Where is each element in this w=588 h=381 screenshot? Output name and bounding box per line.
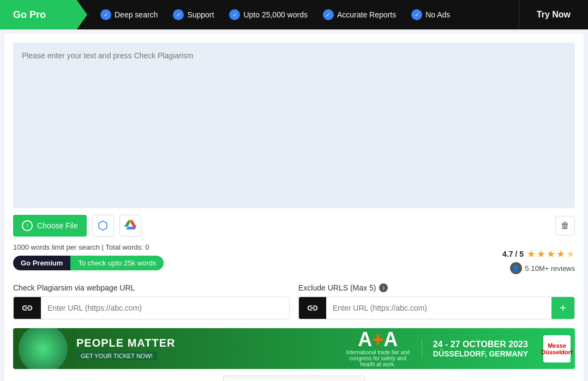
check-url-label: Check Plagiarsim via webpage URL xyxy=(13,283,290,292)
ad-location: DÜSSELDORF, GERMANY xyxy=(433,349,528,358)
recaptcha-section: 进行人机身份验证 ↻ reCAPTCHA xyxy=(13,376,575,381)
check-url-label-text: Check Plagiarsim via webpage URL xyxy=(13,283,135,292)
ad-circle-graphic xyxy=(19,328,68,369)
exclude-url-label: Exclude URLS (Max 5) i xyxy=(298,283,575,292)
check-icon-words: ✓ xyxy=(229,9,240,20)
choose-file-label: Choose File xyxy=(37,221,78,230)
star-1: ★ xyxy=(527,248,536,260)
person-icon: 👤 xyxy=(510,262,522,274)
check-icon-no-ads: ✓ xyxy=(411,9,422,20)
text-area-container xyxy=(13,43,575,208)
recaptcha-box[interactable]: 进行人机身份验证 ↻ reCAPTCHA xyxy=(223,376,365,381)
svg-marker-2 xyxy=(126,227,136,229)
go-premium-badge[interactable]: Go Premium xyxy=(13,256,70,270)
reviews-line: 👤 5.10M+ reviews xyxy=(510,262,575,274)
exclude-url-label-text: Exclude URLS (Max 5) xyxy=(298,283,376,292)
dropbox-icon: ⬡ xyxy=(98,219,108,233)
try-now-button[interactable]: Try Now xyxy=(519,0,588,29)
info-icon[interactable]: i xyxy=(379,283,388,292)
ad-logo-section: A+A International trade fair and congres… xyxy=(334,330,422,367)
trash-icon: 🗑 xyxy=(561,221,569,231)
ad-banner: PEOPLE MATTER GET YOUR TICKET NOW! A+A I… xyxy=(13,328,575,369)
word-count-text: 1000 words limit per search | Total word… xyxy=(13,243,164,251)
check-url-icon xyxy=(14,297,41,319)
svg-marker-4 xyxy=(130,220,136,227)
word-count-row: 1000 words limit per search | Total word… xyxy=(13,243,575,279)
ad-logo-plus: + xyxy=(372,328,383,350)
check-url-input-wrapper xyxy=(13,297,290,319)
dropbox-button[interactable]: ⬡ xyxy=(92,215,114,237)
exclude-url-icon xyxy=(299,297,326,319)
banner-features: ✓ Deep search ✓ Support ✓ Upto 25,000 wo… xyxy=(87,9,519,20)
svg-marker-3 xyxy=(124,220,130,227)
ad-messe-logo: Messe Düsseldorf xyxy=(543,335,571,362)
rating-value: 4.7 / 5 xyxy=(502,250,524,258)
go-premium-row: Go Premium To check upto 25k words xyxy=(13,256,164,270)
ad-title: PEOPLE MATTER xyxy=(76,337,326,349)
choose-file-button[interactable]: ↑ Choose File xyxy=(13,215,87,237)
reviews-text: 5.10M+ reviews xyxy=(525,264,575,273)
check-icon-support: ✓ xyxy=(173,9,184,20)
star-4: ★ xyxy=(556,248,565,260)
feature-label-accurate: Accurate Reports xyxy=(337,10,396,19)
delete-button[interactable]: 🗑 xyxy=(555,216,575,235)
check-url-input[interactable] xyxy=(41,297,289,319)
feature-label-words: Upto 25,000 words xyxy=(243,10,308,19)
check-url-box: Check Plagiarsim via webpage URL xyxy=(13,283,290,319)
check-icon-deep-search: ✓ xyxy=(100,9,111,20)
upload-icon: ↑ xyxy=(22,220,33,231)
go-pro-label: Go Pro xyxy=(13,9,46,21)
toolbar: ↑ Choose File ⬡ 🗑 xyxy=(13,215,575,237)
exclude-url-box: Exclude URLS (Max 5) i + xyxy=(298,283,575,319)
feature-support: ✓ Support xyxy=(173,9,214,20)
google-drive-button[interactable] xyxy=(119,215,141,237)
ad-date: 24 - 27 OCTOBER 2023 xyxy=(433,340,528,349)
ad-logo-a2: A xyxy=(383,328,398,350)
feature-label-support: Support xyxy=(187,10,214,19)
feature-accurate: ✓ Accurate Reports xyxy=(323,9,396,20)
ad-subtitle: GET YOUR TICKET NOW! xyxy=(76,352,157,360)
url-section: Check Plagiarsim via webpage URL Exclude… xyxy=(13,283,575,319)
ad-logo-text: A+A xyxy=(358,330,398,349)
star-2: ★ xyxy=(537,248,545,260)
google-drive-icon xyxy=(124,219,136,233)
stars: ★ ★ ★ ★ ★ xyxy=(527,248,575,260)
plagiarism-text-input[interactable] xyxy=(22,51,566,197)
feature-label-deep-search: Deep search xyxy=(115,10,158,19)
add-url-button[interactable]: + xyxy=(551,297,574,319)
rating-line: 4.7 / 5 ★ ★ ★ ★ ★ xyxy=(502,248,575,260)
go-pro-button[interactable]: Go Pro xyxy=(0,0,87,29)
feature-no-ads: ✓ No Ads xyxy=(411,9,450,20)
check-icon-accurate: ✓ xyxy=(323,9,334,20)
ad-logo-sub: International trade fair and congress fo… xyxy=(345,349,411,367)
ad-messe-text: Messe Düsseldorf xyxy=(541,342,572,355)
ad-date-section: 24 - 27 OCTOBER 2023 DÜSSELDORF, GERMANY xyxy=(422,340,539,358)
main-content: ↑ Choose File ⬡ 🗑 1000 words limit per xyxy=(4,34,584,381)
go-premium-desc: To check upto 25k words xyxy=(70,256,164,270)
feature-words: ✓ Upto 25,000 words xyxy=(229,9,308,20)
rating-section: 4.7 / 5 ★ ★ ★ ★ ★ 👤 5.10M+ reviews xyxy=(502,248,575,274)
ad-logo-a1: A xyxy=(358,328,372,350)
try-now-label: Try Now xyxy=(537,10,571,20)
star-5: ★ xyxy=(566,248,575,260)
ad-text-section: PEOPLE MATTER GET YOUR TICKET NOW! xyxy=(68,337,334,360)
star-3: ★ xyxy=(547,248,555,260)
top-banner: Go Pro ✓ Deep search ✓ Support ✓ Upto 25… xyxy=(0,0,588,29)
exclude-url-input-wrapper: + xyxy=(298,297,575,319)
word-count-left: 1000 words limit per search | Total word… xyxy=(13,243,164,279)
feature-deep-search: ✓ Deep search xyxy=(100,9,158,20)
feature-label-no-ads: No Ads xyxy=(425,10,450,19)
exclude-url-input[interactable] xyxy=(326,297,551,319)
